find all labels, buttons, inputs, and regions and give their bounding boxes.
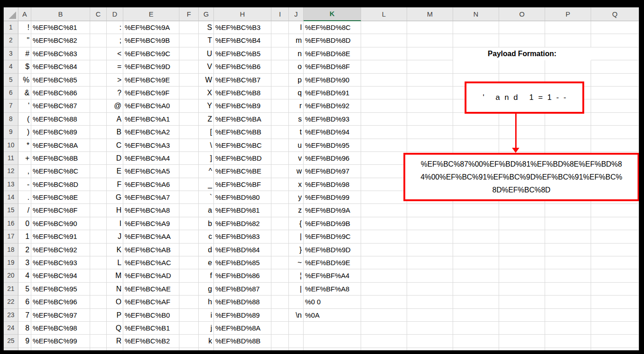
cell-D3[interactable]: < (107, 47, 123, 60)
col-header-K[interactable]: K (304, 7, 361, 21)
cell-K20[interactable]: %EF%BF%A4 (304, 269, 361, 282)
cell-P1[interactable] (545, 21, 591, 34)
cell-G14[interactable]: ` (199, 191, 214, 204)
cell-I18[interactable] (271, 244, 289, 256)
cell-E4[interactable]: %EF%BC%9D (123, 60, 179, 73)
cell-C9[interactable] (90, 126, 107, 139)
cell-E7[interactable]: %EF%BC%A0 (123, 99, 179, 112)
cell-I25[interactable] (271, 335, 289, 348)
cell-I2[interactable] (271, 34, 289, 47)
cell-K15[interactable]: %EF%BD%9A (304, 204, 361, 217)
cell-C6[interactable] (90, 87, 107, 99)
cell-F2[interactable] (179, 34, 199, 47)
col-header-A[interactable]: A (18, 7, 31, 21)
cell-M23[interactable] (407, 309, 453, 322)
cell-I9[interactable] (271, 126, 289, 139)
cell-N4[interactable] (453, 60, 499, 73)
cell-K18[interactable]: %EF%BD%9D (304, 244, 361, 256)
cell-D6[interactable]: ? (107, 87, 123, 99)
cell-K17[interactable]: %EF%BD%9C (304, 230, 361, 243)
cell-G10[interactable]: \ (199, 139, 214, 152)
col-header-F[interactable]: F (179, 7, 199, 21)
row-header-18[interactable]: 18 (4, 244, 18, 256)
cell-A23[interactable]: 7 (18, 309, 31, 322)
cell-F4[interactable] (179, 60, 199, 73)
cell-Q18[interactable] (591, 244, 639, 256)
cell-E6[interactable]: %EF%BC%9F (123, 87, 179, 99)
cell-E12[interactable]: %EF%BC%A5 (123, 165, 179, 178)
cell-E22[interactable]: %EF%BC%AF (123, 296, 179, 308)
cell-M1[interactable] (407, 21, 453, 34)
cell-A26[interactable] (18, 348, 31, 350)
cell-D26[interactable] (107, 348, 123, 350)
cell-F1[interactable] (179, 21, 199, 34)
cell-O24[interactable] (499, 322, 545, 335)
row-header-12[interactable]: 12 (4, 165, 18, 178)
cell-Q4[interactable] (591, 60, 639, 73)
cell-K14[interactable]: %EF%BD%99 (304, 191, 361, 204)
cell-A16[interactable]: 0 (18, 217, 31, 230)
cell-J5[interactable]: p (289, 74, 304, 87)
cell-F26[interactable] (179, 348, 199, 350)
cell-Q21[interactable] (591, 283, 639, 296)
cell-G9[interactable]: [ (199, 126, 214, 139)
cell-A25[interactable]: 9 (18, 335, 31, 348)
cell-P15[interactable] (545, 204, 591, 217)
row-header-11[interactable]: 11 (4, 152, 18, 165)
cell-M26[interactable] (407, 348, 453, 350)
cell-J19[interactable]: ~ (289, 256, 304, 269)
cell-N22[interactable] (453, 296, 499, 308)
cell-N8[interactable] (453, 113, 499, 126)
col-header-Q[interactable]: Q (591, 7, 639, 21)
cell-C4[interactable] (90, 60, 107, 73)
cell-I5[interactable] (271, 74, 289, 87)
cell-B17[interactable]: %EF%BC%91 (31, 230, 90, 243)
cell-B25[interactable]: %EF%BC%99 (31, 335, 90, 348)
cell-Q19[interactable] (591, 256, 639, 269)
cell-J9[interactable]: t (289, 126, 304, 139)
cell-G13[interactable]: _ (199, 178, 214, 191)
row-header-8[interactable]: 8 (4, 113, 18, 126)
cell-B7[interactable]: %EF%BC%87 (31, 99, 90, 112)
cell-G25[interactable]: k (199, 335, 214, 348)
col-header-E[interactable]: E (123, 7, 179, 21)
cell-B23[interactable]: %EF%BC%97 (31, 309, 90, 322)
cell-Q24[interactable] (591, 322, 639, 335)
col-header-P[interactable]: P (545, 7, 591, 21)
cell-M19[interactable] (407, 256, 453, 269)
cell-E18[interactable]: %EF%BC%AB (123, 244, 179, 256)
cell-F3[interactable] (179, 47, 199, 60)
cell-P21[interactable] (545, 283, 591, 296)
cell-Q15[interactable] (591, 204, 639, 217)
cell-G7[interactable]: Y (199, 99, 214, 112)
cell-H12[interactable]: %EF%BC%BE (214, 165, 271, 178)
cell-L16[interactable] (361, 217, 407, 230)
row-header-3[interactable]: 3 (4, 47, 18, 60)
col-header-J[interactable]: J (289, 7, 304, 21)
row-header-19[interactable]: 19 (4, 256, 18, 269)
cell-L4[interactable] (361, 60, 407, 73)
cell-L7[interactable] (361, 99, 407, 112)
cell-H16[interactable]: %EF%BD%82 (214, 217, 271, 230)
cell-E14[interactable]: %EF%BC%A7 (123, 191, 179, 204)
cell-C23[interactable] (90, 309, 107, 322)
cell-A6[interactable]: & (18, 87, 31, 99)
cell-J2[interactable]: m (289, 34, 304, 47)
cell-O17[interactable] (499, 230, 545, 243)
cell-N2[interactable] (453, 34, 499, 47)
cell-F18[interactable] (179, 244, 199, 256)
cell-O1[interactable] (499, 21, 545, 34)
cell-A15[interactable]: / (18, 204, 31, 217)
cell-E3[interactable]: %EF%BC%9C (123, 47, 179, 60)
cell-I19[interactable] (271, 256, 289, 269)
cell-M5[interactable] (407, 74, 453, 87)
cell-E15[interactable]: %EF%BC%A8 (123, 204, 179, 217)
cell-E26[interactable] (123, 348, 179, 350)
cell-A12[interactable]: , (18, 165, 31, 178)
cell-L6[interactable] (361, 87, 407, 99)
cell-J3[interactable]: n (289, 47, 304, 60)
cell-K7[interactable]: %EF%BD%92 (304, 99, 361, 112)
cell-J23[interactable]: \n (289, 309, 304, 322)
cell-N21[interactable] (453, 283, 499, 296)
cell-L17[interactable] (361, 230, 407, 243)
